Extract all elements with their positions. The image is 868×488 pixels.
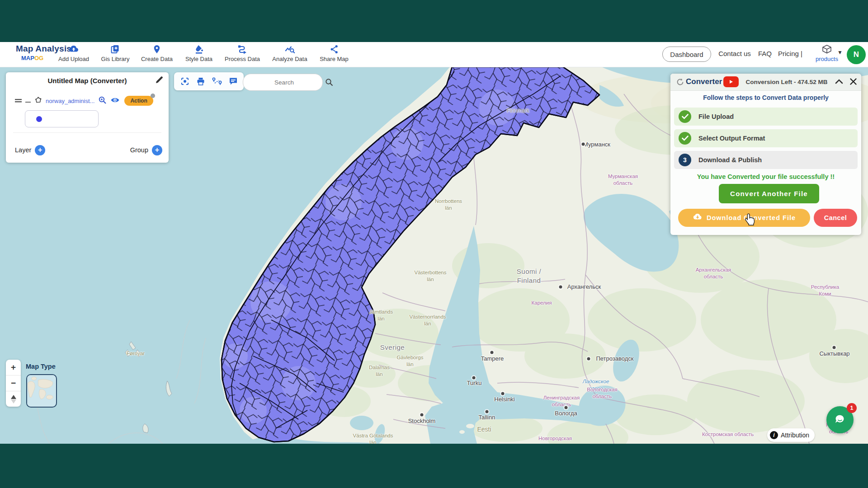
nav-item-label: Gis Library: [101, 56, 130, 62]
contact-us-link[interactable]: Contact us: [718, 50, 751, 57]
check-icon: [679, 110, 691, 123]
search-icon[interactable]: [325, 78, 333, 86]
nav-item-label: Style Data: [185, 56, 212, 62]
step-download-publish: 3 Download & Publish: [674, 151, 858, 169]
status-dot: [151, 94, 155, 98]
pricing-link[interactable]: Pricing |: [778, 50, 802, 57]
faq-link[interactable]: FAQ: [758, 50, 772, 57]
legend-swatch-box[interactable]: [25, 110, 99, 127]
zoom-in-button[interactable]: +: [6, 360, 21, 375]
nav-item-label: Create Data: [141, 56, 173, 62]
comment-icon[interactable]: [228, 76, 238, 86]
drag-handle-icon[interactable]: [15, 97, 22, 105]
nav-item-analyze-data[interactable]: Analyze Data: [272, 44, 307, 62]
layer-group-row: Layer + Group +: [15, 144, 162, 156]
sync-icon[interactable]: [676, 78, 684, 88]
paint-bucket-icon: [194, 44, 204, 54]
group-label: Group: [130, 146, 148, 154]
app-root: МурманскМурманская областьFinnmarkNorrbo…: [0, 0, 868, 488]
nav-item-gis-library[interactable]: Gis Library: [101, 44, 130, 62]
nav-item-style-data[interactable]: Style Data: [185, 44, 212, 62]
step-number-badge: 3: [679, 154, 691, 166]
map-pin-icon: [152, 44, 161, 54]
attribution-label: Attribution: [781, 432, 809, 439]
measure-icon[interactable]: [212, 76, 222, 86]
cube-icon: [822, 45, 832, 56]
notification-badge: 1: [847, 403, 857, 413]
layers-panel: Untitled Map (Converter) norway_administ…: [6, 72, 169, 163]
world-thumbnail-svg: [27, 375, 54, 405]
zoom-control: + −: [6, 360, 21, 407]
letterbox-bottom: [0, 444, 868, 488]
convert-another-file-button[interactable]: Convert Another File: [719, 184, 819, 203]
edit-title-icon[interactable]: [155, 76, 163, 86]
info-icon: i: [770, 431, 778, 439]
panel-divider: [13, 132, 161, 133]
converter-title: Converter: [686, 77, 722, 86]
chevron-up-icon[interactable]: [835, 78, 844, 86]
avatar[interactable]: N: [847, 45, 866, 64]
top-navbar: Map Analysis MAPOG Add Upload Gis Librar…: [0, 42, 868, 67]
dashboard-button[interactable]: Dashboard: [662, 47, 711, 62]
library-add-icon: [110, 44, 120, 54]
chat-bubble-icon: [832, 412, 848, 427]
collapse-minus-icon[interactable]: [25, 97, 31, 105]
add-group-button[interactable]: +: [152, 145, 162, 155]
success-message: You have Converted your file successfull…: [670, 173, 861, 180]
letterbox-top: [0, 0, 868, 42]
converter-subtitle: Follow the steps to Convert Data properl…: [670, 94, 861, 101]
products-menu[interactable]: products: [816, 45, 837, 62]
share-icon: [330, 44, 339, 54]
products-label: products: [816, 56, 838, 62]
layer-row: norway_administ... Action: [15, 95, 165, 107]
attribution-pill[interactable]: i Attribution: [767, 428, 815, 442]
chart-search-icon: [284, 44, 295, 54]
map-search: [243, 74, 323, 91]
map-title: Untitled Map (Converter): [6, 77, 169, 84]
close-icon[interactable]: [849, 78, 857, 87]
layer-action-button[interactable]: Action: [124, 96, 153, 106]
nav-item-label: Share Map: [320, 56, 349, 62]
step-select-output-format: Select Output Format: [674, 129, 858, 147]
nav-item-label: Add Upload: [58, 56, 89, 62]
search-input[interactable]: [243, 74, 325, 91]
cloud-upload-icon: [68, 44, 79, 54]
add-layer-button[interactable]: +: [35, 145, 45, 155]
map-toolbar: [174, 72, 244, 90]
legend-color-dot: [36, 116, 42, 122]
zoom-out-button[interactable]: −: [6, 375, 21, 391]
compass-icon: [11, 395, 16, 404]
cancel-button[interactable]: Cancel: [814, 209, 857, 227]
nav-item-process-data[interactable]: Process Data: [225, 44, 260, 62]
converter-panel: Converter Conversion Left - 474.52 MB Fo…: [670, 74, 861, 235]
nav-item-share-map[interactable]: Share Map: [320, 44, 349, 62]
zoom-extent-icon[interactable]: [180, 76, 190, 86]
nav-item-create-data[interactable]: Create Data: [141, 44, 173, 62]
chevron-down-icon[interactable]: ▼: [837, 49, 843, 56]
conversion-quota: Conversion Left - 474.52 MB: [746, 79, 828, 85]
download-converted-file-button[interactable]: Download Converted File: [678, 209, 810, 227]
layer-label: Layer: [15, 146, 31, 154]
compass-button[interactable]: [6, 391, 21, 407]
print-icon[interactable]: [196, 76, 206, 86]
check-icon: [679, 132, 691, 145]
polygon-geometry-icon: [34, 97, 42, 105]
zoom-to-layer-icon[interactable]: [98, 96, 107, 106]
converter-header: Converter Conversion Left - 474.52 MB: [670, 74, 861, 91]
nav-item-add-upload[interactable]: Add Upload: [58, 44, 89, 62]
youtube-tutorial-icon[interactable]: [723, 76, 739, 87]
layer-visibility-eye-icon[interactable]: [110, 97, 120, 105]
step-file-upload: File Upload: [674, 108, 858, 126]
route-icon: [237, 44, 247, 54]
map-type-label: Map Type: [26, 363, 56, 370]
cloud-download-icon: [693, 213, 703, 222]
layer-name-link[interactable]: norway_administ...: [46, 98, 94, 104]
nav-item-label: Process Data: [225, 56, 260, 62]
map-type-thumbnail[interactable]: [26, 374, 57, 408]
nav-item-label: Analyze Data: [272, 56, 307, 62]
